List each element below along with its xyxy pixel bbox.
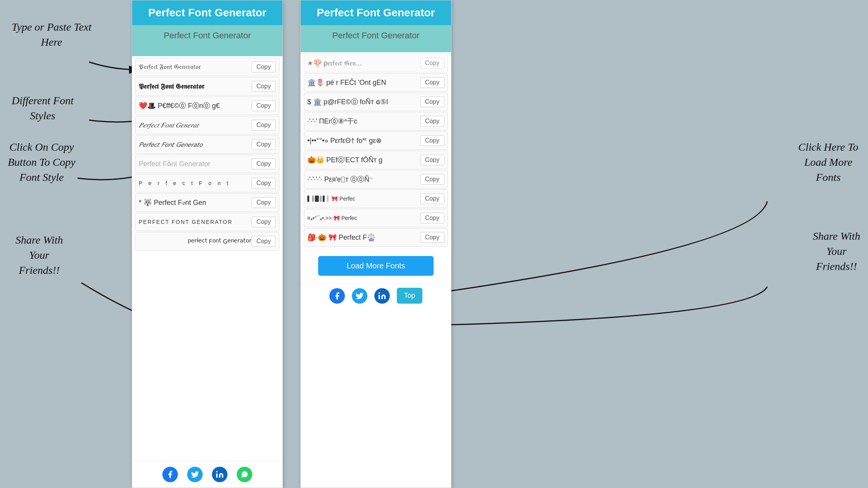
copy-btn-r4[interactable]: Copy: [420, 135, 444, 146]
font-row-r9: 🎒·🎃 🎀 Perfect F🎡 Copy: [304, 228, 448, 247]
font-text-r1: 🏛️🌷 pé r FEČt 'Ont gEN: [307, 78, 420, 87]
font-text-r0: ∗🍄 ρ𝔢𝔯𝔣𝔢𝔠𝔱 𝔊𝔢𝔫...: [307, 59, 420, 67]
font-row-1: 𝔓𝔢𝔯𝔣𝔢𝔠𝔱 𝔉𝔬𝔫𝔱 𝔊𝔢𝔫𝔢𝔯𝔞𝔱𝔬𝔯 Copy: [135, 58, 279, 76]
font-row-10: ɹoʇɐɹǝuǝ⅁ ʇuoℲ ʇɔǝɟɹǝd Copy: [135, 232, 279, 251]
copy-btn-9[interactable]: Copy: [251, 217, 276, 227]
panel-right: Perfect Font Generator Perfect Font Gene…: [300, 0, 451, 488]
font-text-4: 𝑃𝑒𝑟𝑓𝑒𝑐𝑡 𝐹𝑜𝑛𝑡 𝐺𝑒𝑛𝑒𝑟𝑎𝑡: [139, 121, 251, 129]
panel2-input-display: Perfect Font Generator: [301, 25, 451, 52]
font-text-r9: 🎒·🎃 🎀 Perfect F🎡: [307, 233, 420, 242]
font-row-7: P e r f e c t F o n t Copy: [135, 174, 279, 192]
twitter-share-left[interactable]: [187, 467, 203, 482]
panel2-bottom-bar: Top: [301, 284, 451, 308]
annotation-share-right: Share With Your Friends!!: [813, 229, 860, 274]
whatsapp-share-left[interactable]: [237, 467, 252, 482]
copy-btn-2[interactable]: Copy: [251, 81, 276, 92]
copy-btn-4[interactable]: Copy: [251, 120, 276, 131]
annotation-copy-button: Click On Copy Button To Copy Font Style: [8, 139, 76, 185]
copy-btn-r0[interactable]: Copy: [420, 58, 444, 69]
copy-btn-6[interactable]: Copy: [251, 158, 276, 169]
font-text-2: 𝕻𝖊𝖗𝖋𝖊𝖈𝖙 𝕱𝖔𝖓𝖙 𝕲𝖊𝖓𝖊𝖗𝖆𝖙𝖔𝖗: [139, 82, 251, 91]
load-more-container: Load More Fonts: [301, 248, 451, 284]
svg-point-2: [379, 292, 380, 294]
font-text-r6: ∙'∙'∙'∙'∙ Pεя'e⌷т ⓪⓪Ñ⁻: [307, 175, 420, 184]
copy-btn-r8[interactable]: Copy: [420, 213, 444, 223]
panel2-header: Perfect Font Generator: [301, 0, 451, 25]
linkedin-share-left[interactable]: [212, 467, 227, 482]
copy-btn-r2[interactable]: Copy: [420, 96, 444, 107]
font-row-8: * 🐺 Perfect F𝔬nt Gen Copy: [135, 193, 279, 212]
facebook-share-right[interactable]: [329, 288, 345, 304]
font-row-6: Perfect Fӧnt Generator Copy: [135, 155, 279, 173]
linkedin-share-right[interactable]: [374, 288, 390, 304]
font-text-r7: ▌║█║▌│ 🎀 Perfec: [307, 196, 420, 202]
font-text-8: * 🐺 Perfect F𝔬nt Gen: [139, 198, 251, 207]
font-text-3: ❤️🎩 P€ff€©⓪ F⓪n⓪ g€: [139, 101, 251, 110]
font-text-r3: ∙'∙'∙' ΠEr⓪⑧ᵃ干c: [307, 117, 420, 126]
copy-btn-r3[interactable]: Copy: [420, 116, 444, 127]
copy-btn-r9[interactable]: Copy: [420, 232, 444, 243]
annotation-font-styles: Different Font Styles: [12, 93, 74, 123]
copy-btn-r7[interactable]: Copy: [420, 193, 444, 204]
font-text-7: P e r f e c t F o n t: [139, 180, 251, 186]
top-button[interactable]: Top: [397, 288, 422, 304]
font-text-r5: 🎃👑 ΡEf⓪ΈCT fÔÑт g: [307, 155, 420, 165]
font-list-right: ∗🍄 ρ𝔢𝔯𝔣𝔢𝔠𝔱 𝔊𝔢𝔫... Copy 🏛️🌷 pé r FEČt 'On…: [301, 52, 451, 248]
copy-btn-10[interactable]: Copy: [251, 236, 276, 247]
font-row-r3: ∙'∙'∙' ΠEr⓪⑧ᵃ干c Copy: [304, 112, 448, 131]
text-input[interactable]: [132, 25, 282, 56]
font-row-r8: ¤₄•°¯₄•.>> 🎀 Perfec Copy: [304, 209, 448, 227]
annotation-type-paste: Type or Paste Text Here: [12, 19, 91, 50]
font-text-r8: ¤₄•°¯₄•.>> 🎀 Perfec: [307, 215, 420, 221]
font-row-3: ❤️🎩 P€ff€©⓪ F⓪n⓪ g€ Copy: [135, 96, 279, 115]
copy-btn-r1[interactable]: Copy: [420, 77, 444, 88]
panel-left: Perfect Font Generator 𝔓𝔢𝔯𝔣𝔢𝔠𝔱 𝔉𝔬𝔫𝔱 𝔊𝔢𝔫𝔢…: [132, 0, 283, 488]
font-text-6: Perfect Fӧnt Generator: [139, 160, 251, 168]
font-row-r5: 🎃👑 ΡEf⓪ΈCT fÔÑт g Copy: [304, 151, 448, 169]
font-text-5: 𝘗𝘦𝘳𝘧𝘦𝘤𝘵 𝘍𝘰𝘯𝘵 𝘎𝘦𝘯𝘦𝘳𝘢𝘵𝘰: [139, 141, 251, 149]
twitter-share-right[interactable]: [352, 288, 367, 304]
load-more-button[interactable]: Load More Fonts: [318, 256, 434, 276]
font-row-r1: 🏛️🌷 pé r FEČt 'Ont gEN Copy: [304, 73, 448, 92]
font-row-r0: ∗🍄 ρ𝔢𝔯𝔣𝔢𝔠𝔱 𝔊𝔢𝔫... Copy: [304, 54, 448, 72]
font-row-r2: $ 🏛️ p@rFE©⓪ foÑт ɢ⑤I Copy: [304, 93, 448, 111]
font-row-5: 𝘗𝘦𝘳𝘧𝘦𝘤𝘵 𝘍𝘰𝘯𝘵 𝘎𝘦𝘯𝘦𝘳𝘢𝘵𝘰 Copy: [135, 135, 279, 154]
font-row-9: PERFECT FONT GENERATOR Copy: [135, 213, 279, 231]
font-text-10: ɹoʇɐɹǝuǝ⅁ ʇuoℲ ʇɔǝɟɹǝd: [139, 238, 251, 245]
font-text-1: 𝔓𝔢𝔯𝔣𝔢𝔠𝔱 𝔉𝔬𝔫𝔱 𝔊𝔢𝔫𝔢𝔯𝔞𝔱𝔬𝔯: [139, 63, 251, 71]
copy-btn-3[interactable]: Copy: [251, 100, 276, 111]
font-row-r7: ▌║█║▌│ 🎀 Perfec Copy: [304, 189, 448, 208]
font-list-left: 𝔓𝔢𝔯𝔣𝔢𝔠𝔱 𝔉𝔬𝔫𝔱 𝔊𝔢𝔫𝔢𝔯𝔞𝔱𝔬𝔯 Copy 𝕻𝖊𝖗𝖋𝖊𝖈𝖙 𝕱𝖔𝖓𝖙…: [132, 56, 282, 252]
facebook-share-left[interactable]: [162, 467, 178, 482]
panel1-header: Perfect Font Generator: [132, 0, 282, 25]
font-row-r6: ∙'∙'∙'∙'∙ Pεя'e⌷т ⓪⓪Ñ⁻ Copy: [304, 170, 448, 189]
copy-btn-5[interactable]: Copy: [251, 139, 276, 150]
font-text-r4: •|••°°•» PεrfεΘ† fo*ᵗ gε⊗: [307, 136, 420, 145]
annotation-share-left: Share With Your Friends!!: [16, 232, 63, 278]
copy-btn-8[interactable]: Copy: [251, 197, 276, 208]
share-bar-left: [132, 461, 282, 488]
copy-btn-r5[interactable]: Copy: [420, 155, 444, 165]
font-text-r2: $ 🏛️ p@rFE©⓪ foÑт ɢ⑤I: [307, 97, 420, 107]
font-row-4: 𝑃𝑒𝑟𝑓𝑒𝑐𝑡 𝐹𝑜𝑛𝑡 𝐺𝑒𝑛𝑒𝑟𝑎𝑡 Copy: [135, 116, 279, 134]
copy-btn-1[interactable]: Copy: [251, 62, 276, 72]
font-row-r4: •|••°°•» PεrfεΘ† fo*ᵗ gε⊗ Copy: [304, 131, 448, 150]
annotation-load-more: Click Here To Load More Fonts: [798, 139, 858, 185]
font-row-2: 𝕻𝖊𝖗𝖋𝖊𝖈𝖙 𝕱𝖔𝖓𝖙 𝕲𝖊𝖓𝖊𝖗𝖆𝖙𝖔𝖗 Copy: [135, 77, 279, 96]
font-text-9: PERFECT FONT GENERATOR: [139, 219, 251, 225]
svg-point-1: [216, 471, 218, 473]
copy-btn-7[interactable]: Copy: [251, 178, 276, 189]
copy-btn-r6[interactable]: Copy: [420, 174, 444, 185]
